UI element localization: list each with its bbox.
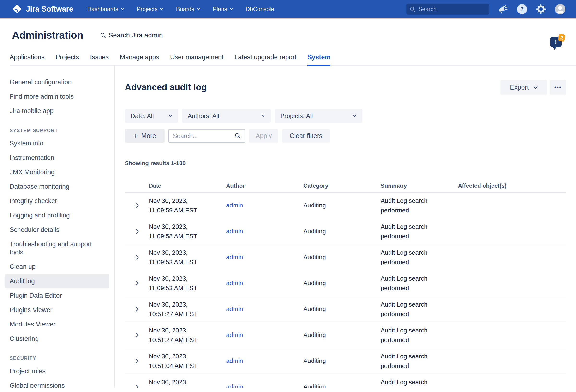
nav-item-dashboards[interactable]: Dashboards [87,6,124,12]
authors-filter-dropdown[interactable]: Authors: All [182,109,271,123]
table-row: Nov 30, 2023,10:51:04 AM EST admin Audit… [125,348,566,374]
admin-search-label: Search Jira admin [109,31,163,39]
content-area: General configuration Find more admin to… [0,66,576,388]
table-row: Nov 30, 2023,11:09:58 AM EST admin Audit… [125,218,566,244]
chevron-right-icon [135,255,139,260]
expand-row-button[interactable] [135,255,139,260]
expand-row-button[interactable] [135,203,139,208]
nav-item-plans[interactable]: Plans [213,6,233,12]
sidebar-item-scheduler-details[interactable]: Scheduler details [0,222,114,237]
nav-item-boards[interactable]: Boards [176,6,200,12]
apply-button[interactable]: Apply [249,129,278,143]
megaphone-icon[interactable] [498,4,508,14]
notification-count-badge: 2 [558,34,565,41]
expand-row-button[interactable] [135,229,139,234]
author-link[interactable]: admin [226,331,243,338]
tab-user-management[interactable]: User management [170,54,224,65]
tab-issues[interactable]: Issues [90,54,109,65]
notification-bubble[interactable]: ! 2 [550,37,563,48]
expand-row-button[interactable] [135,358,139,364]
settings-gear-icon[interactable] [536,4,546,14]
chevron-right-icon [135,384,139,388]
add-filter-button[interactable]: + More [125,129,165,143]
tab-manage-apps[interactable]: Manage apps [120,54,159,65]
sidebar-item-find-more-admin-tools[interactable]: Find more admin tools [0,89,114,104]
sidebar-section-system-support: SYSTEM SUPPORT [0,125,114,136]
global-search-input[interactable] [418,6,478,12]
table-row: Nov 30, 2023,11:09:53 AM EST admin Audit… [125,270,566,296]
cell-date: Nov 30, 2023,10:51:04 AM EST [149,351,226,371]
date-filter-dropdown[interactable]: Date: All [125,109,178,123]
author-link[interactable]: admin [226,202,243,209]
avatar-icon [555,4,565,14]
page: Jira Software Dashboards Projects Boards… [0,0,576,392]
sidebar-item-database-monitoring[interactable]: Database monitoring [0,179,114,194]
sidebar-item-system-info[interactable]: System info [0,136,114,151]
chevron-down-icon [230,8,233,10]
sidebar-section-security: SECURITY [0,353,114,364]
tab-system[interactable]: System [307,54,330,65]
sidebar-item-clean-up[interactable]: Clean up [0,260,114,274]
nav-item-dbconsole[interactable]: DbConsole [246,6,274,12]
sidebar-item-project-roles[interactable]: Project roles [0,364,114,378]
tab-projects[interactable]: Projects [56,54,79,65]
author-link[interactable]: admin [226,228,243,235]
sidebar-item-general-configuration[interactable]: General configuration [0,75,114,89]
sidebar-item-jmx-monitoring[interactable]: JMX Monitoring [0,165,114,179]
admin-tabs: Applications Projects Issues Manage apps… [10,54,576,66]
tab-applications[interactable]: Applications [10,54,45,65]
main-panel: Advanced audit log Export ••• Date: All [115,66,576,388]
sidebar-item-global-permissions[interactable]: Global permissions [0,378,114,388]
filter-row: Date: All Authors: All Projects: All [125,109,566,123]
table-header-row: Date Author Category Summary Affected ob… [125,180,566,192]
sidebar-item-integrity-checker[interactable]: Integrity checker [0,194,114,208]
author-link[interactable]: admin [226,279,243,287]
expand-row-button[interactable] [135,281,139,286]
tab-latest-upgrade-report[interactable]: Latest upgrade report [234,54,296,65]
bubble-tail [552,47,557,50]
jira-logo-icon [11,4,23,15]
nav-item-projects[interactable]: Projects [137,6,164,12]
more-options-button[interactable]: ••• [549,80,566,94]
chevron-right-icon [135,332,139,338]
sidebar-item-instrumentation[interactable]: Instrumentation [0,151,114,165]
cell-category: Auditing [303,305,381,313]
chevron-down-icon [169,115,172,117]
clear-filters-button[interactable]: Clear filters [282,129,330,143]
chevron-down-icon [121,8,124,10]
column-header-affected: Affected object(s) [458,182,566,189]
sidebar-item-plugins-viewer[interactable]: Plugins Viewer [0,303,114,317]
sidebar-item-troubleshooting[interactable]: Troubleshooting and support tools [0,237,114,260]
jira-brand[interactable]: Jira Software [11,4,73,15]
author-link[interactable]: admin [226,357,243,364]
column-header-summary: Summary [381,182,458,189]
sidebar-item-modules-viewer[interactable]: Modules Viewer [0,317,114,332]
expand-row-button[interactable] [135,332,139,338]
primary-nav: Dashboards Projects Boards Plans DbConso… [87,6,274,12]
expand-row-button[interactable] [135,384,139,388]
global-search[interactable] [406,4,489,15]
projects-filter-dropdown[interactable]: Projects: All [275,109,362,123]
sidebar-item-plugin-data-editor[interactable]: Plugin Data Editor [0,288,114,303]
expand-row-button[interactable] [135,306,139,312]
cell-category: Auditing [303,228,381,235]
admin-search[interactable]: Search Jira admin [100,31,163,39]
chevron-down-icon [353,115,357,117]
cell-category: Auditing [303,383,381,388]
audit-search-input[interactable] [173,132,228,140]
sidebar-item-audit-log[interactable]: Audit log [5,274,110,288]
chevron-right-icon [135,281,139,286]
cell-summary: Audit Log search performed [381,326,458,345]
top-navigation-bar: Jira Software Dashboards Projects Boards… [0,0,576,19]
author-link[interactable]: admin [226,305,243,313]
cell-summary: Audit Log search performed [381,274,458,293]
sidebar-item-jira-mobile-app[interactable]: Jira mobile app [0,104,114,118]
help-icon[interactable]: ? [517,4,527,14]
export-button[interactable]: Export [500,80,547,94]
user-avatar[interactable] [555,4,565,14]
audit-search-field[interactable] [169,129,245,143]
author-link[interactable]: admin [226,383,243,388]
sidebar-item-clustering[interactable]: Clustering [0,332,114,346]
author-link[interactable]: admin [226,253,243,261]
sidebar-item-logging-and-profiling[interactable]: Logging and profiling [0,208,114,222]
